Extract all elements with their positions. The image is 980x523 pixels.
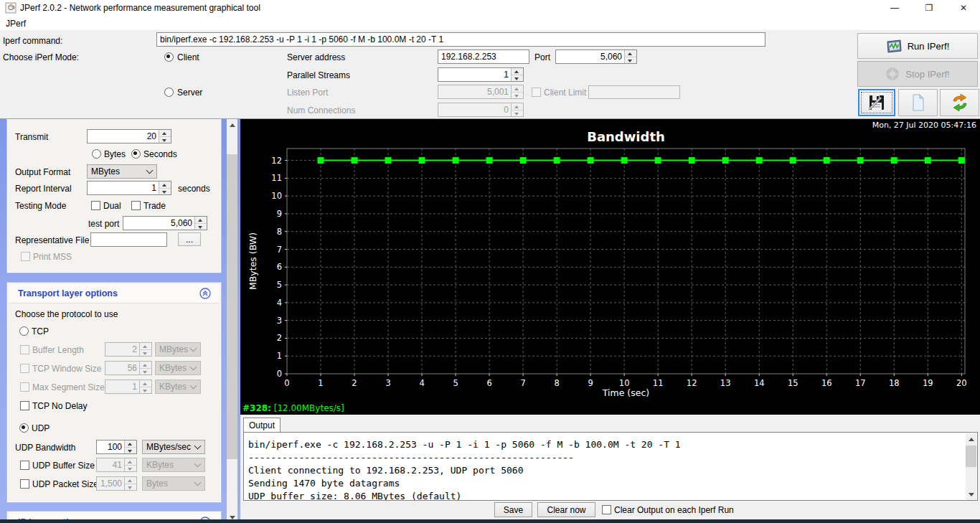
print-mss-label: Print MSS: [33, 252, 72, 262]
output-format-dropdown[interactable]: MBytes: [87, 164, 157, 179]
num-connections-spinner: 0: [438, 103, 524, 117]
udp-packet-label[interactable]: UDP Packet Size: [32, 479, 98, 489]
transport-panel-title: Transport layer options: [18, 288, 118, 298]
scroll-up-arrow[interactable]: [966, 433, 976, 445]
stop-iperf-icon: [885, 67, 900, 81]
parallel-streams-label: Parallel Streams: [287, 70, 350, 80]
application-layer-panel: Enable Compatibility Mode Transmit 20 By…: [7, 119, 221, 273]
report-interval-label: Report Interval: [15, 184, 72, 194]
port-spin-down[interactable]: [625, 57, 636, 64]
dual-checkbox[interactable]: [91, 201, 100, 210]
report-interval-spinner[interactable]: 1: [87, 181, 171, 195]
port-spinner[interactable]: 5,060: [555, 50, 637, 64]
iperf-command-label: Iperf command:: [3, 36, 62, 46]
jperf-window: JPerf 2.0.2 - Network performance measur…: [0, 0, 980, 523]
svg-text:12: 12: [687, 378, 697, 388]
udp-buffer-checkbox[interactable]: [20, 461, 29, 470]
client-mode-radio[interactable]: [164, 52, 174, 62]
save-output-button[interactable]: [898, 89, 938, 116]
restore-defaults-button[interactable]: [940, 89, 979, 116]
scrollbar-thumb[interactable]: [966, 446, 976, 467]
iperf-command-input[interactable]: [156, 32, 765, 47]
output-panel: Output bin/iperf.exe -c 192.168.2.253 -u…: [240, 415, 980, 523]
seconds-radio[interactable]: [131, 149, 141, 159]
udp-bandwidth-unit-dropdown[interactable]: MBytes/sec: [142, 440, 205, 454]
run-iperf-button[interactable]: Run IPerf!: [857, 33, 978, 59]
clear-now-button[interactable]: Clear now: [537, 502, 595, 517]
trade-checkbox[interactable]: [131, 201, 141, 210]
svg-text:5: 5: [453, 378, 458, 388]
buffer-length-checkbox: [20, 345, 29, 354]
tcp-label[interactable]: TCP: [32, 326, 49, 336]
clear-each-run-checkbox[interactable]: [602, 505, 611, 514]
tcp-no-delay-checkbox[interactable]: [20, 401, 29, 410]
tcp-window-spinner: 56: [105, 361, 152, 375]
scroll-down-arrow[interactable]: [966, 489, 976, 500]
tab-output[interactable]: Output: [243, 418, 281, 433]
udp-bandwidth-spinner[interactable]: 100: [96, 440, 137, 454]
browse-file-button[interactable]: ...: [178, 232, 201, 246]
server-address-input[interactable]: [438, 50, 529, 64]
representative-file-label: Representative File: [15, 235, 89, 245]
title-bar: JPerf 2.0.2 - Network performance measur…: [0, 0, 980, 16]
svg-text:8: 8: [277, 227, 282, 237]
svg-text:Time (sec): Time (sec): [602, 387, 649, 398]
print-mss-checkbox: [21, 252, 30, 261]
menu-jperf[interactable]: JPerf: [6, 19, 26, 29]
scrollbar-thumb[interactable]: [227, 154, 237, 459]
transmit-spinner[interactable]: 20: [87, 129, 171, 143]
save-floppy-icon: [867, 94, 886, 111]
mss-label: Max Segment Size: [32, 382, 105, 392]
test-port-spinner[interactable]: 5,060: [123, 216, 207, 230]
seconds-label[interactable]: Seconds: [143, 149, 177, 159]
parallel-spin-down[interactable]: [512, 75, 523, 82]
udp-label[interactable]: UDP: [32, 423, 50, 433]
sidebar-scrollbar[interactable]: [227, 119, 237, 523]
test-port-label: test port: [88, 219, 119, 229]
scroll-up-arrow[interactable]: [227, 119, 237, 131]
close-button[interactable]: ✕: [947, 0, 980, 16]
svg-text:14: 14: [754, 378, 765, 388]
trade-label[interactable]: Trade: [143, 201, 166, 211]
server-mode-label[interactable]: Server: [177, 88, 202, 98]
save-output-button[interactable]: Save: [494, 502, 532, 517]
save-graph-button[interactable]: [858, 89, 895, 116]
client-mode-label[interactable]: Client: [177, 52, 199, 62]
svg-text:11: 11: [653, 378, 664, 388]
svg-text:0: 0: [277, 369, 282, 379]
bytes-radio[interactable]: [92, 149, 101, 159]
port-spin-up[interactable]: [625, 50, 636, 57]
svg-text:9: 9: [588, 378, 593, 388]
parallel-streams-spinner[interactable]: 1: [438, 67, 524, 82]
window-bottom-edge: [0, 519, 980, 523]
menu-bar: JPerf: [0, 16, 980, 31]
svg-text:5: 5: [277, 280, 282, 290]
clear-each-run-label[interactable]: Clear Output on each Iperf Run: [614, 505, 734, 515]
tcp-no-delay-label[interactable]: TCP No Delay: [32, 401, 87, 411]
svg-text:4: 4: [277, 298, 282, 308]
collapse-panel-icon[interactable]: [199, 288, 211, 299]
svg-text:12: 12: [271, 156, 282, 166]
output-format-label: Output Format: [15, 167, 70, 177]
console-line: bin/iperf.exe -c 192.168.2.253 -u -P 1 -…: [248, 438, 681, 451]
bytes-label[interactable]: Bytes: [104, 149, 126, 159]
dual-label[interactable]: Dual: [103, 201, 121, 211]
svg-text:1: 1: [318, 378, 323, 388]
transmit-label: Transmit: [15, 132, 48, 142]
svg-text:6: 6: [277, 262, 282, 272]
restore-button[interactable]: ❐: [913, 0, 946, 16]
svg-text:16: 16: [821, 378, 832, 388]
representative-file-input[interactable]: [90, 232, 167, 247]
transport-panel-header[interactable]: Transport layer options: [9, 284, 220, 303]
output-console[interactable]: bin/iperf.exe -c 192.168.2.253 -u -P 1 -…: [243, 432, 978, 501]
udp-packet-checkbox[interactable]: [20, 479, 29, 489]
chevron-down-icon: [146, 167, 154, 174]
udp-buffer-label[interactable]: UDP Buffer Size: [32, 461, 95, 471]
server-mode-radio[interactable]: [164, 88, 174, 97]
udp-radio[interactable]: [19, 423, 29, 433]
tcp-radio[interactable]: [19, 326, 29, 336]
parallel-spin-up[interactable]: [512, 68, 523, 75]
minimize-button[interactable]: —: [878, 0, 911, 16]
bandwidth-chart: Mon, 27 Jul 2020 05:47:16 01234567891011…: [240, 119, 980, 415]
console-scrollbar[interactable]: [966, 433, 976, 500]
